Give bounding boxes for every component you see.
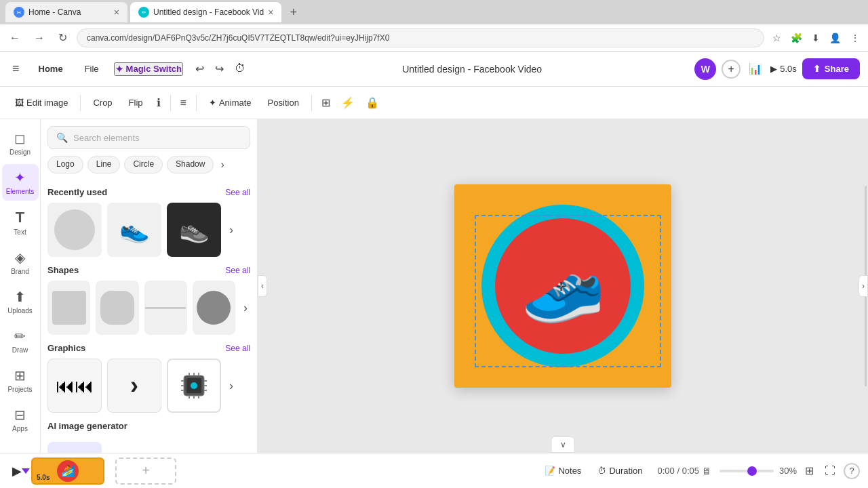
chip-line[interactable]: Line — [87, 156, 121, 174]
design-tab-close[interactable]: × — [268, 7, 273, 18]
sidebar-item-design[interactable]: ◻ Design — [2, 125, 39, 161]
shapes-next[interactable]: › — [241, 298, 250, 318]
align-button[interactable]: ≡ — [176, 93, 191, 113]
ai-item-1[interactable]: ✨ — [47, 442, 102, 453]
magic-switch-button[interactable]: ✦ Magic Switch — [114, 62, 183, 76]
star-icon[interactable]: ☆ — [770, 30, 784, 46]
monitor-view-button[interactable]: 🖥 — [699, 463, 714, 479]
sidebar-item-text[interactable]: T Text — [2, 203, 39, 241]
grid-view-button[interactable]: ⊞ — [802, 462, 816, 480]
header-right: W + 📊 ▶ 5.0s ⬆ Share — [694, 58, 860, 80]
lock-button[interactable]: 🔒 — [361, 92, 383, 113]
info-button[interactable]: ℹ — [153, 92, 165, 113]
add-scene-button[interactable]: + — [115, 458, 176, 485]
user-avatar[interactable]: W — [694, 58, 716, 80]
file-menu-button[interactable]: File — [78, 60, 106, 78]
shape-line-item[interactable] — [144, 281, 187, 335]
account-icon[interactable]: 👤 — [827, 30, 844, 46]
download-icon[interactable]: ⬇ — [809, 30, 823, 46]
recently-used-see-all[interactable]: See all — [225, 188, 250, 197]
back-button[interactable]: ← — [5, 29, 24, 47]
redo-button[interactable]: ↪ — [211, 60, 228, 78]
collapse-panel-left[interactable]: ‹ — [258, 275, 267, 297]
recent-circle-item[interactable] — [47, 203, 102, 257]
design-icon: ◻ — [14, 130, 26, 146]
recent-blue-shoe-item[interactable]: 👟 — [107, 203, 161, 257]
shapes-header: Shapes See all — [47, 265, 250, 275]
flip-button[interactable]: Flip — [122, 94, 150, 112]
edit-image-button[interactable]: 🖼 Edit image — [8, 94, 75, 112]
graphic-chip[interactable] — [167, 359, 221, 413]
zoom-level: 30% — [779, 466, 797, 476]
refresh-button[interactable]: ↻ — [54, 28, 71, 47]
timer-button[interactable]: ⏱ — [231, 60, 250, 78]
extensions-icon[interactable]: 🧩 — [788, 30, 805, 46]
forward-button[interactable]: → — [30, 29, 49, 47]
more-chips-button[interactable]: › — [218, 156, 226, 174]
duration-button[interactable]: ⏱ Duration — [591, 462, 649, 480]
graphics-row: ⏮⏮ › — [47, 359, 250, 413]
share-button[interactable]: ⬆ Share — [802, 58, 860, 79]
graphic-rewind[interactable]: ⏮⏮ — [47, 359, 102, 413]
bottom-bar: ▶ 🏄 5.0s + 📝 Notes ⏱ Duration 0:00 / 0:0… — [0, 453, 868, 488]
help-button[interactable]: ? — [844, 463, 860, 479]
duration-icon: ⏱ — [597, 466, 606, 476]
sidebar-item-draw[interactable]: ✏ Draw — [2, 323, 39, 359]
collapse-panel-right[interactable]: › — [859, 275, 868, 297]
fullscreen-button[interactable]: ⛶ — [822, 462, 838, 480]
projects-icon: ⊞ — [14, 367, 26, 384]
chip-logo[interactable]: Logo — [47, 156, 83, 174]
new-tab-button[interactable]: + — [284, 3, 302, 22]
add-collaborator-button[interactable]: + — [722, 60, 741, 79]
shape-circle-item[interactable] — [193, 281, 235, 335]
sidebar-item-projects[interactable]: ⊞ Projects — [2, 362, 39, 399]
chip-shadow[interactable]: Shadow — [167, 156, 214, 174]
position-button[interactable]: Position — [261, 94, 306, 112]
filter-chips: Logo Line Circle Shadow › — [41, 156, 257, 179]
home-nav-button[interactable]: Home — [32, 60, 70, 78]
sidebar-item-elements[interactable]: ✦ Elements — [2, 164, 39, 201]
notes-button[interactable]: 📝 Notes — [538, 462, 588, 480]
shape-rounded-item[interactable] — [96, 281, 138, 335]
tab-home[interactable]: H Home - Canva × — [5, 2, 127, 22]
search-icon: 🔍 — [56, 132, 68, 143]
shapes-see-all[interactable]: See all — [225, 266, 250, 275]
graphics-see-all[interactable]: See all — [225, 344, 250, 353]
url-bar[interactable]: canva.com/design/DAF6PnQ3v5c/ZH7j6cuQI5V… — [77, 28, 764, 47]
search-box[interactable]: 🔍 — [47, 126, 250, 149]
filter-button[interactable]: ⚡ — [337, 92, 359, 113]
search-input[interactable] — [73, 133, 241, 143]
graphic-next-arrow[interactable]: › — [107, 359, 161, 413]
graphics-header: Graphics See all — [47, 343, 250, 353]
shape-square-item[interactable] — [47, 281, 90, 335]
animate-button[interactable]: ✦ Animate — [202, 94, 258, 112]
undo-button[interactable]: ↩ — [191, 60, 208, 78]
pattern-button[interactable]: ⊞ — [317, 92, 334, 113]
sidebar-item-brand[interactable]: ◈ Brand — [2, 244, 39, 281]
timeline-clip[interactable]: 🏄 5.0s — [31, 458, 104, 485]
chip-circle[interactable]: Circle — [124, 156, 163, 174]
draw-icon: ✏ — [14, 328, 26, 344]
recent-dark-shoe-item[interactable]: 👟 — [167, 203, 221, 257]
analytics-button[interactable]: 📊 — [746, 60, 765, 78]
tab-bar: H Home - Canva × ✏ Untitled design - Fac… — [0, 0, 868, 24]
tab-design[interactable]: ✏ Untitled design - Facebook Vid × — [130, 2, 281, 22]
bottom-right-controls: 🖥 30% ⊞ ⛶ ? — [699, 462, 860, 480]
menu-dots-icon[interactable]: ⋮ — [848, 30, 863, 46]
home-tab-close[interactable]: × — [114, 7, 119, 18]
ai-title: AI image generator — [47, 421, 127, 431]
sidebar-item-apps[interactable]: ⊟ Apps — [2, 401, 39, 438]
home-favicon: H — [14, 7, 24, 18]
collapse-panel-bottom[interactable]: ∨ — [551, 436, 575, 453]
design-tab-title: Untitled design - Facebook Vid — [153, 7, 264, 17]
home-tab-title: Home - Canva — [28, 7, 110, 17]
zoom-slider[interactable] — [719, 470, 774, 472]
play-preview-button[interactable]: ▶ 5.0s — [770, 64, 797, 74]
recently-used-next[interactable]: › — [226, 220, 236, 240]
hamburger-menu[interactable]: ≡ — [8, 58, 24, 80]
zoom-thumb[interactable] — [747, 466, 757, 476]
graphics-next[interactable]: › — [226, 376, 236, 396]
sidebar-item-uploads[interactable]: ⬆ Uploads — [2, 283, 39, 320]
line-shape — [145, 307, 186, 309]
crop-button[interactable]: Crop — [86, 94, 119, 112]
